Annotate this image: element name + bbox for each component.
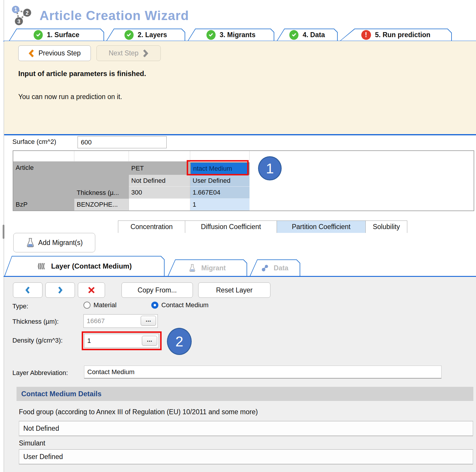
tab-solubility-label: Solubility <box>373 223 400 231</box>
tab-diffusion-coefficient-label: Diffusion Coefficient <box>201 223 261 231</box>
svg-text:2: 2 <box>26 10 29 16</box>
add-migrant-button[interactable]: Add Migrant(s) <box>13 233 95 252</box>
data-icon <box>261 264 268 272</box>
previous-layer-button[interactable] <box>13 282 42 298</box>
grid-cell-layer-pet[interactable]: PET <box>129 162 190 175</box>
tab-layers-label: 2. Layers <box>138 31 167 39</box>
tab-migrant[interactable]: Migrant <box>168 259 247 277</box>
tab-layers[interactable]: 2. Layers <box>106 29 185 41</box>
tab-data-detail-label: Data <box>274 264 288 272</box>
tab-concentration-label: Concentration <box>130 223 173 231</box>
copy-from-button[interactable]: Copy From... <box>122 282 193 298</box>
layer-abbreviation-input[interactable] <box>84 366 441 379</box>
status-complete-icon <box>34 30 43 40</box>
delete-layer-button[interactable] <box>78 282 105 298</box>
reset-layer-label: Reset Layer <box>216 286 252 294</box>
copy-from-label: Copy From... <box>138 286 177 294</box>
tab-partition-coefficient-label: Partition Coefficient <box>292 223 350 231</box>
surface-input[interactable] <box>78 136 167 148</box>
contact-medium-details-header: Contact Medium Details <box>17 387 473 401</box>
next-step-button[interactable]: Next Step <box>96 45 161 61</box>
grid-cell-migrant-pet-value[interactable] <box>129 199 190 210</box>
food-group-value[interactable]: Not Defined <box>19 421 473 436</box>
reset-layer-button[interactable]: Reset Layer <box>198 282 270 298</box>
status-complete-icon <box>124 30 134 40</box>
section-divider <box>4 134 476 135</box>
density-label: Density (g/cm^3): <box>12 337 63 344</box>
annotation-box-2 <box>82 331 162 350</box>
radio-material-label: Material <box>93 301 116 309</box>
thickness-browse-button[interactable]: ... <box>141 316 156 326</box>
radio-contact-medium-label: Contact Medium <box>161 301 209 309</box>
flask-icon <box>26 237 35 248</box>
tab-migrants-label: 3. Migrants <box>220 31 255 39</box>
tab-surface[interactable]: 1. Surface <box>9 29 104 41</box>
status-alert-icon: ! <box>361 30 371 40</box>
finished-message: Input of article parameters is finished. <box>18 70 146 78</box>
type-label: Type: <box>12 302 28 310</box>
thickness-field: ... <box>83 314 158 328</box>
radio-contact-medium-icon[interactable] <box>151 302 158 309</box>
article-grid[interactable]: Article PET ntact Medium Not Defined Use… <box>13 150 474 211</box>
simulant-value-text: User Defined <box>23 453 63 461</box>
grid-cell-migrant-contact-medium-value[interactable]: 1 <box>190 199 250 210</box>
previous-step-label: Previous Step <box>38 49 81 57</box>
grid-cell-migrant-name[interactable]: BENZOPHE... <box>74 199 129 210</box>
tab-partition-coefficient[interactable]: Partition Coefficient <box>277 221 365 233</box>
grid-thickness-row-header[interactable]: Thickness (µ... <box>74 187 129 199</box>
chevron-left-icon <box>24 286 31 294</box>
left-splitter-handle[interactable] <box>3 225 4 239</box>
tab-migrant-label: Migrant <box>201 264 226 272</box>
tab-migrants[interactable]: 3. Migrants <box>188 29 274 41</box>
add-migrant-label: Add Migrant(s) <box>38 239 83 247</box>
wizard-icon: 1 2 3 <box>11 5 35 28</box>
annotation-badge-2: 2 <box>167 328 192 355</box>
grid-cell-foodgroup-contact-medium[interactable]: User Defined <box>190 175 250 187</box>
page-title: Article Creation Wizard <box>40 8 189 23</box>
radio-contact-medium[interactable]: Contact Medium <box>151 301 209 309</box>
tab-data-detail[interactable]: Data <box>250 259 300 277</box>
layer-abbreviation-label: Layer Abbreviation: <box>12 369 68 377</box>
grid-migrant-row-header[interactable]: BzP <box>13 199 74 210</box>
run-message: You can now run a prediction on it. <box>18 93 122 101</box>
status-complete-icon <box>206 30 216 40</box>
tab-layer-label: Layer (Contact Medium) <box>51 262 132 270</box>
annotation-box-1 <box>187 160 249 175</box>
simulant-label: Simulant <box>19 439 45 447</box>
grid-cell-thickness-contact-medium[interactable]: 1.667E04 <box>190 187 250 199</box>
tab-layer-contact-medium[interactable]: Layer (Contact Medium) <box>4 256 165 277</box>
tab-data[interactable]: 4. Data <box>277 29 338 41</box>
previous-step-button[interactable]: Previous Step <box>18 45 91 61</box>
chevron-right-icon <box>57 286 63 294</box>
tab-concentration[interactable]: Concentration <box>118 221 185 233</box>
layer-tab-strip-divider <box>4 276 476 277</box>
grid-cell-foodgroup-pet[interactable]: Not Defined <box>129 175 190 187</box>
flask-icon <box>189 264 196 272</box>
svg-text:1: 1 <box>14 6 17 12</box>
next-step-label: Next Step <box>109 49 139 57</box>
tab-solubility[interactable]: Solubility <box>365 221 407 233</box>
article-creation-wizard-window: 1 2 3 Article Creation Wizard 1. Surface… <box>0 0 476 472</box>
layers-icon <box>37 262 46 270</box>
radio-material-icon[interactable] <box>83 302 91 309</box>
thickness-label: Thickness (µm): <box>12 318 59 325</box>
simulant-value[interactable]: User Defined <box>19 449 473 464</box>
contact-medium-details-title: Contact Medium Details <box>21 390 101 398</box>
radio-material[interactable]: Material <box>83 301 116 309</box>
chevron-right-icon <box>142 49 149 57</box>
chevron-left-icon <box>28 49 35 57</box>
svg-text:3: 3 <box>17 19 20 24</box>
close-icon <box>88 286 95 294</box>
next-layer-button[interactable] <box>45 282 75 298</box>
tab-data-label: 4. Data <box>303 31 325 39</box>
food-group-value-text: Not Defined <box>23 425 59 432</box>
annotation-badge-1: 1 <box>258 156 282 180</box>
tab-run-prediction-label: 5. Run prediction <box>375 31 431 39</box>
tab-surface-label: 1. Surface <box>47 31 79 39</box>
surface-label: Surface (cm^2) <box>12 138 56 146</box>
tab-run-prediction[interactable]: ! 5. Run prediction <box>340 29 452 41</box>
food-group-label: Food group (according to Annex III of Re… <box>19 408 258 416</box>
grid-cell-thickness-pet[interactable]: 300 <box>129 187 190 199</box>
tab-diffusion-coefficient[interactable]: Diffusion Coefficient <box>185 221 277 233</box>
status-complete-icon <box>289 30 298 40</box>
